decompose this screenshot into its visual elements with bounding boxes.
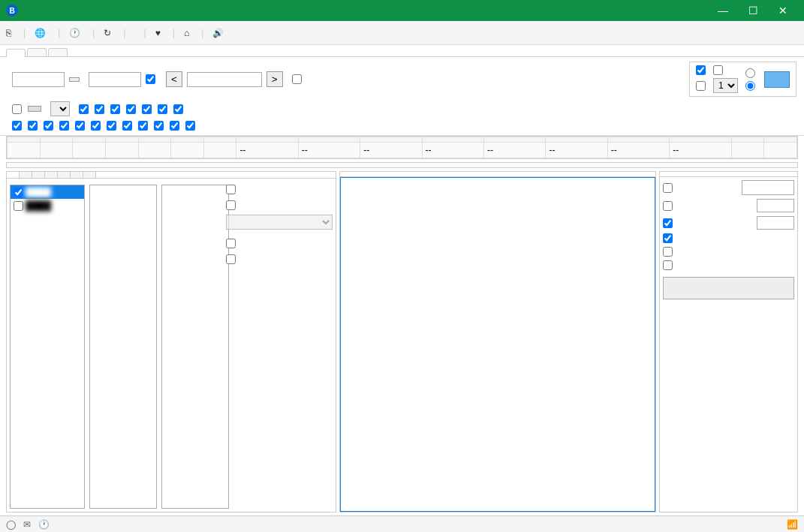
col-sw[interactable]: [138, 137, 171, 143]
to-input[interactable]: [89, 72, 141, 87]
log-output[interactable]: [340, 177, 655, 512]
main-tabs: [0, 45, 804, 57]
depart-time-select[interactable]: [50, 101, 70, 116]
interval-checkbox[interactable]: [663, 201, 674, 211]
col-dur[interactable]: [105, 137, 138, 143]
subtab-autopay[interactable]: [83, 172, 96, 178]
col-from[interactable]: [40, 137, 73, 143]
toolbar: ⎘ | 🌐 | 🕐 | ↻ | | ♥ | ⌂ | 🔊: [0, 21, 804, 45]
tab-waitlist[interactable]: [48, 48, 68, 56]
hide-dw[interactable]: [107, 121, 118, 131]
date-next-button[interactable]: >: [266, 71, 283, 87]
col-gr[interactable]: [236, 137, 298, 143]
col-dw[interactable]: [360, 137, 422, 143]
interval-input[interactable]: [757, 199, 794, 212]
filter-kuaisu[interactable]: [158, 104, 169, 114]
child-checkbox[interactable]: [696, 81, 707, 91]
blackroom-checkbox[interactable]: [663, 218, 674, 228]
opt-preseat[interactable]: [226, 239, 333, 248]
hide-ed[interactable]: [59, 121, 71, 131]
open-12306-button[interactable]: 🌐: [35, 28, 49, 38]
swap-button[interactable]: [69, 77, 80, 82]
realtime-checkbox[interactable]: [663, 247, 794, 257]
subtab-qq[interactable]: [45, 172, 58, 178]
from-input[interactable]: [12, 72, 65, 87]
hide-yd[interactable]: [44, 121, 55, 131]
hide-other[interactable]: [185, 121, 197, 131]
passengers-listbox[interactable]: ████ ████: [10, 185, 85, 509]
hide-all[interactable]: [12, 121, 23, 131]
date-input[interactable]: [187, 72, 262, 87]
filter-gaotie[interactable]: [95, 104, 106, 114]
hide-settings-bar[interactable]: [6, 162, 798, 168]
col-yd[interactable]: [171, 137, 204, 143]
subtab-grab[interactable]: [7, 172, 20, 178]
multiquery-button[interactable]: [28, 106, 41, 112]
output-label: [340, 172, 655, 177]
opt-priority-select[interactable]: [226, 215, 333, 230]
tab-orders[interactable]: [27, 48, 47, 56]
subtab-sale[interactable]: [20, 172, 32, 178]
addmore-checkbox[interactable]: [292, 74, 303, 84]
start-button[interactable]: [663, 277, 794, 299]
minimize-button[interactable]: —: [708, 0, 738, 21]
remain-radio[interactable]: [745, 68, 757, 78]
tab-grab[interactable]: [6, 49, 26, 57]
col-wz[interactable]: [607, 137, 669, 143]
subtab-mail[interactable]: [58, 172, 71, 178]
shortage-checkbox[interactable]: [663, 260, 794, 270]
hide-gr[interactable]: [75, 121, 86, 131]
subtab-wechat[interactable]: [71, 172, 83, 178]
col-remark[interactable]: [764, 137, 797, 143]
cdn-checkbox[interactable]: [663, 233, 674, 243]
col-yz[interactable]: [546, 137, 607, 143]
titlebar: B — ☐ ✕: [0, 0, 804, 21]
trains-listbox[interactable]: [161, 185, 229, 509]
timed-checkbox[interactable]: [663, 183, 674, 193]
col-ed[interactable]: [203, 137, 236, 143]
sync-time-button[interactable]: 🕐: [69, 28, 83, 38]
samecity-checkbox[interactable]: [146, 74, 157, 84]
col-to[interactable]: [73, 137, 106, 143]
col-yw[interactable]: [422, 137, 483, 143]
col-rz[interactable]: [484, 137, 546, 143]
opt-waitlist[interactable]: [226, 185, 333, 194]
student-checkbox[interactable]: [713, 65, 724, 75]
hide-wz[interactable]: [170, 121, 181, 131]
filter-other[interactable]: [173, 104, 185, 114]
hide-yz[interactable]: [154, 121, 165, 131]
adult-checkbox[interactable]: [696, 65, 707, 75]
filter-dongche[interactable]: [110, 104, 122, 114]
subtab-captcha[interactable]: [32, 172, 45, 178]
hide-sw[interactable]: [28, 121, 39, 131]
grab-settings-panel: ████ ████: [6, 171, 336, 512]
vip-button[interactable]: ♥: [155, 28, 164, 38]
filter-zhida[interactable]: [126, 104, 137, 114]
train-table: ----------------: [6, 136, 798, 159]
col-train[interactable]: [8, 137, 41, 143]
output-panel: [339, 171, 656, 512]
hide-rw[interactable]: [91, 121, 102, 131]
filter-tekuai[interactable]: [142, 104, 153, 114]
hide-rz[interactable]: [138, 121, 149, 131]
col-date[interactable]: [731, 137, 764, 143]
col-rw[interactable]: [298, 137, 360, 143]
enable-checkbox[interactable]: [12, 104, 23, 114]
hide-yw[interactable]: [122, 121, 134, 131]
maximize-button[interactable]: ☐: [738, 0, 768, 21]
child-count-select[interactable]: 1: [713, 78, 738, 93]
reserve-radio[interactable]: [745, 81, 757, 91]
logout-button[interactable]: ⎘: [6, 28, 14, 38]
opt-success-rate[interactable]: [226, 200, 333, 210]
timed-input[interactable]: [742, 180, 794, 195]
filter-all[interactable]: [79, 104, 90, 114]
check-update-button[interactable]: ↻: [104, 28, 114, 38]
close-button[interactable]: ✕: [768, 0, 798, 21]
col-ot[interactable]: [670, 137, 731, 143]
date-prev-button[interactable]: <: [166, 71, 182, 87]
query-button[interactable]: [764, 71, 790, 88]
official-site-button[interactable]: ⌂: [184, 28, 192, 38]
blackroom-input[interactable]: [757, 216, 794, 230]
opt-autopay[interactable]: [226, 254, 333, 264]
seats-listbox[interactable]: [89, 185, 157, 509]
